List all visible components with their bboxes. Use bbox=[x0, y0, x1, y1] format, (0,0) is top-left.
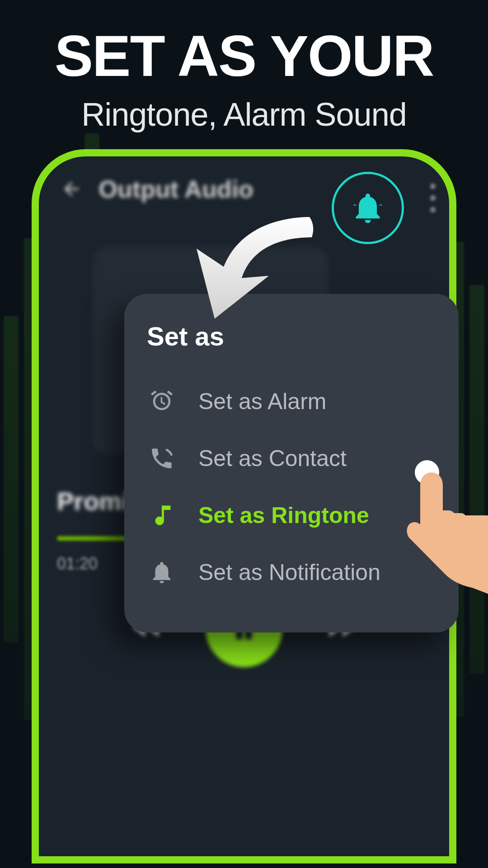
hero-line1: SET AS YOUR bbox=[0, 27, 488, 85]
phone-icon bbox=[147, 443, 177, 473]
music-icon bbox=[147, 500, 177, 530]
alarm-icon bbox=[147, 387, 177, 416]
bell-icon bbox=[147, 557, 177, 587]
curved-arrow-icon bbox=[174, 212, 332, 326]
set-as-alarm-item[interactable]: Set as Alarm bbox=[147, 373, 436, 430]
popup-item-label: Set as Contact bbox=[198, 445, 347, 472]
back-arrow-icon[interactable] bbox=[57, 175, 86, 203]
hero-title: SET AS YOUR Ringtone, Alarm Sound bbox=[0, 27, 488, 133]
set-as-ringtone-item[interactable]: Set as Ringtone bbox=[147, 487, 436, 544]
hero-line2: Ringtone, Alarm Sound bbox=[0, 96, 488, 133]
popup-item-label: Set as Notification bbox=[198, 559, 380, 585]
popup-item-label: Set as Alarm bbox=[198, 388, 326, 415]
elapsed-time-label: 01:20 bbox=[57, 554, 98, 573]
popup-title: Set as bbox=[147, 321, 436, 351]
set-as-contact-item[interactable]: Set as Contact bbox=[147, 430, 436, 487]
popup-item-label: Set as Ringtone bbox=[198, 502, 369, 528]
notification-bell-button[interactable] bbox=[332, 172, 404, 244]
set-as-notification-item[interactable]: Set as Notification bbox=[147, 544, 436, 601]
more-options-icon[interactable] bbox=[430, 184, 436, 212]
pointing-hand-icon bbox=[407, 472, 488, 599]
